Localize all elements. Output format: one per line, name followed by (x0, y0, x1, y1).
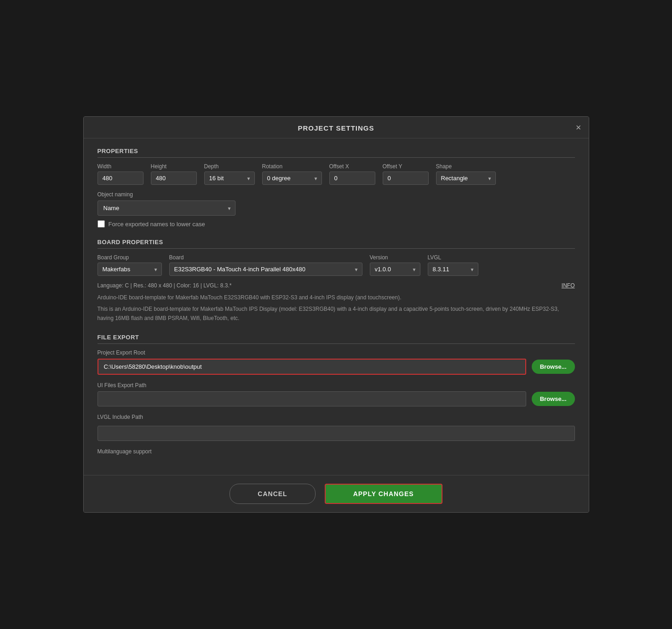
board-properties-section: BOARD PROPERTIES Board Group Makerfabs A… (98, 239, 575, 323)
offset-x-input[interactable] (329, 172, 375, 185)
properties-fields-row: Width Height Depth 16 bit 8 bit 32 bit (98, 163, 575, 185)
board-group-field-group: Board Group Makerfabs Arduino Espressif … (98, 254, 162, 276)
close-button[interactable]: × (576, 123, 581, 132)
project-export-root-input[interactable] (98, 359, 526, 375)
shape-label: Shape (436, 163, 496, 170)
board-select-wrapper: E32S3RGB40 - MaTouch 4-inch Parallel 480… (169, 263, 362, 276)
file-export-section: FILE EXPORT Project Export Root Browse..… (98, 334, 575, 455)
depth-select-wrapper: 16 bit 8 bit 32 bit ▼ (204, 172, 255, 185)
version-select-wrapper: v1.0.0 v1.1.0 ▼ (370, 263, 420, 276)
modal-body: PROPERTIES Width Height Depth (84, 138, 589, 475)
lvgl-version-select[interactable]: 8.3.11 9.0.0 (428, 263, 478, 276)
height-field-group: Height (151, 163, 197, 185)
object-naming-select-wrapper: Name ID Path ▼ (98, 200, 235, 216)
width-label: Width (98, 163, 144, 170)
rotation-field-group: Rotation 0 degree 90 degree 180 degree 2… (262, 163, 322, 185)
board-select[interactable]: E32S3RGB40 - MaTouch 4-inch Parallel 480… (169, 263, 362, 276)
browse-button-1[interactable]: Browse... (532, 360, 575, 374)
board-fields-row: Board Group Makerfabs Arduino Espressif … (98, 254, 575, 276)
object-naming-group: Object naming Name ID Path ▼ (98, 191, 575, 216)
rotation-label: Rotation (262, 163, 322, 170)
object-naming-label: Object naming (98, 191, 575, 198)
board-label: Board (169, 254, 362, 261)
board-info-text: Language: C | Res.: 480 x 480 | Color: 1… (98, 282, 232, 289)
version-select[interactable]: v1.0.0 v1.1.0 (370, 263, 420, 276)
width-input[interactable] (98, 172, 144, 185)
offset-y-label: Offset Y (383, 163, 429, 170)
board-group-select[interactable]: Makerfabs Arduino Espressif Generic (98, 263, 162, 276)
offset-x-field-group: Offset X (329, 163, 375, 185)
version-field-group: Version v1.0.0 v1.1.0 ▼ (370, 254, 420, 276)
board-description-1: Arduino-IDE board-template for Makerfab … (98, 293, 575, 302)
modal-footer: CANCEL APPLY CHANGES (84, 475, 589, 512)
project-export-root-label: Project Export Root (98, 349, 575, 356)
height-input[interactable] (151, 172, 197, 185)
shape-select-wrapper: Rectangle Circle ▼ (436, 172, 496, 185)
lvgl-version-label: LVGL (428, 254, 478, 261)
project-export-root-row: Project Export Root Browse... (98, 349, 575, 375)
depth-field-group: Depth 16 bit 8 bit 32 bit ▼ (204, 163, 255, 185)
board-info-row: Language: C | Res.: 480 x 480 | Color: 1… (98, 282, 575, 289)
modal-title: PROJECT SETTINGS (298, 124, 374, 132)
version-label: Version (370, 254, 420, 261)
multilanguage-label: Multilanguage support (98, 448, 575, 455)
board-group-select-wrapper: Makerfabs Arduino Espressif Generic ▼ (98, 263, 162, 276)
file-export-section-title: FILE EXPORT (98, 334, 575, 344)
board-group-label: Board Group (98, 254, 162, 261)
offset-y-field-group: Offset Y (383, 163, 429, 185)
depth-select[interactable]: 16 bit 8 bit 32 bit (204, 172, 255, 185)
lvgl-include-input[interactable] (98, 426, 575, 441)
cancel-button[interactable]: CANCEL (230, 484, 315, 504)
height-label: Height (151, 163, 197, 170)
ui-files-export-label: UI Files Export Path (98, 382, 575, 389)
lvgl-include-path-row: LVGL Include Path (98, 414, 575, 441)
properties-section: PROPERTIES Width Height Depth (98, 148, 575, 228)
offset-x-label: Offset X (329, 163, 375, 170)
width-field-group: Width (98, 163, 144, 185)
apply-changes-button[interactable]: APPLY CHANGES (325, 484, 442, 504)
board-description-2: This is an Arduino-IDE board-template fo… (98, 305, 575, 322)
lvgl-version-field-group: LVGL 8.3.11 9.0.0 ▼ (428, 254, 478, 276)
rotation-select[interactable]: 0 degree 90 degree 180 degree 270 degree (262, 172, 322, 185)
project-export-root-input-row: Browse... (98, 359, 575, 375)
depth-label: Depth (204, 163, 255, 170)
force-lowercase-checkbox[interactable] (98, 220, 105, 228)
modal-header: PROJECT SETTINGS × (84, 117, 589, 138)
lvgl-version-select-wrapper: 8.3.11 9.0.0 ▼ (428, 263, 478, 276)
project-settings-modal: PROJECT SETTINGS × PROPERTIES Width Heig… (83, 116, 589, 513)
force-lowercase-label: Force exported names to lower case (109, 221, 205, 228)
ui-files-export-row: UI Files Export Path Browse... (98, 382, 575, 406)
info-link[interactable]: INFO (562, 282, 575, 289)
object-naming-select[interactable]: Name ID Path (98, 200, 235, 216)
lvgl-include-label: LVGL Include Path (98, 414, 575, 420)
browse-button-2[interactable]: Browse... (532, 392, 575, 406)
ui-files-export-input-row: Browse... (98, 391, 575, 406)
board-properties-section-title: BOARD PROPERTIES (98, 239, 575, 249)
ui-files-export-input[interactable] (98, 391, 526, 406)
rotation-select-wrapper: 0 degree 90 degree 180 degree 270 degree… (262, 172, 322, 185)
shape-field-group: Shape Rectangle Circle ▼ (436, 163, 496, 185)
shape-select[interactable]: Rectangle Circle (436, 172, 496, 185)
force-lowercase-row: Force exported names to lower case (98, 220, 575, 228)
properties-section-title: PROPERTIES (98, 148, 575, 158)
offset-y-input[interactable] (383, 172, 429, 185)
board-field-group: Board E32S3RGB40 - MaTouch 4-inch Parall… (169, 254, 362, 276)
